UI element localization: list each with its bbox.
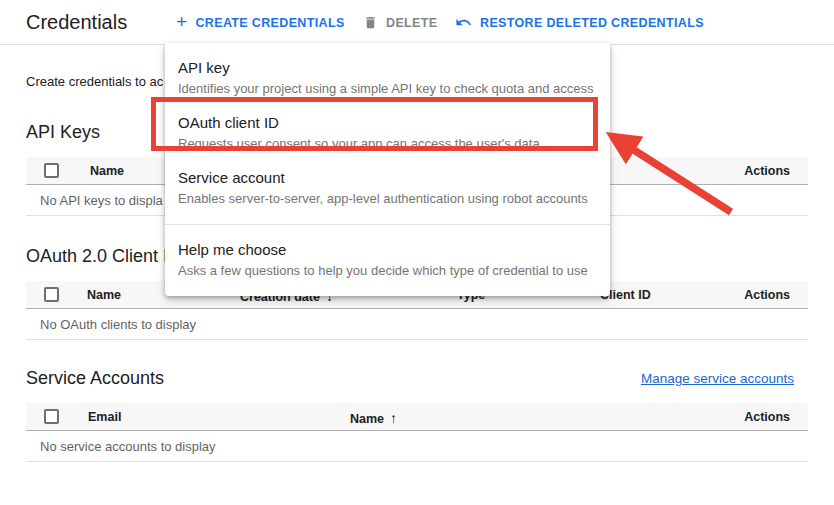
oauth-clients-heading: OAuth 2.0 Client I <box>26 246 168 267</box>
select-all-checkbox[interactable] <box>44 287 59 302</box>
service-accounts-table-header: Email Name↑ Actions <box>26 403 808 431</box>
undo-arrow-icon <box>455 14 472 31</box>
menu-divider <box>165 224 610 225</box>
create-credentials-button[interactable]: + CREATE CREDENTIALS <box>170 0 351 45</box>
menu-item-api-key[interactable]: API key Identifies your project using a … <box>165 51 610 106</box>
menu-item-service-account[interactable]: Service account Enables server-to-server… <box>165 161 610 216</box>
intro-text: Create credentials to ac <box>26 74 163 89</box>
api-keys-empty-text: No API keys to displa <box>40 193 163 208</box>
select-all-checkbox[interactable] <box>44 163 59 178</box>
service-accounts-heading: Service Accounts <box>26 368 164 389</box>
column-header-actions: Actions <box>744 288 790 302</box>
table-row: No OAuth clients to display <box>26 309 808 340</box>
service-accounts-empty-text: No service accounts to display <box>40 439 216 454</box>
credentials-page: Credentials + CREATE CREDENTIALS DELETE … <box>0 0 834 505</box>
plus-icon: + <box>176 12 187 31</box>
delete-label: DELETE <box>386 16 437 30</box>
restore-deleted-credentials-button[interactable]: RESTORE DELETED CREDENTIALS <box>449 0 710 45</box>
column-header-email[interactable]: Email <box>88 410 121 424</box>
top-action-bar: Credentials + CREATE CREDENTIALS DELETE … <box>0 0 834 45</box>
trash-icon <box>363 15 378 30</box>
column-header-actions: Actions <box>744 164 790 178</box>
select-all-checkbox[interactable] <box>44 409 59 424</box>
column-header-name[interactable]: Name↑ <box>350 410 397 426</box>
manage-service-accounts-link[interactable]: Manage service accounts <box>641 371 794 386</box>
table-row: No service accounts to display <box>26 431 808 462</box>
menu-item-help-me-choose[interactable]: Help me choose Asks a few questions to h… <box>165 233 610 288</box>
column-header-name[interactable]: Name <box>87 288 121 302</box>
create-credentials-dropdown-menu: API key Identifies your project using a … <box>165 43 610 296</box>
restore-label: RESTORE DELETED CREDENTIALS <box>480 16 704 30</box>
api-keys-heading: API Keys <box>26 122 100 143</box>
oauth-empty-text: No OAuth clients to display <box>40 317 196 332</box>
sort-ascending-icon: ↑ <box>390 410 397 426</box>
column-header-name[interactable]: Name <box>90 164 124 178</box>
service-accounts-table: Email Name↑ Actions No service accounts … <box>26 403 808 462</box>
menu-item-oauth-client-id[interactable]: OAuth client ID Requests user consent so… <box>165 106 610 161</box>
page-title: Credentials <box>26 11 127 34</box>
delete-button[interactable]: DELETE <box>357 0 443 45</box>
column-header-actions: Actions <box>744 410 790 424</box>
create-credentials-label: CREATE CREDENTIALS <box>195 16 344 30</box>
